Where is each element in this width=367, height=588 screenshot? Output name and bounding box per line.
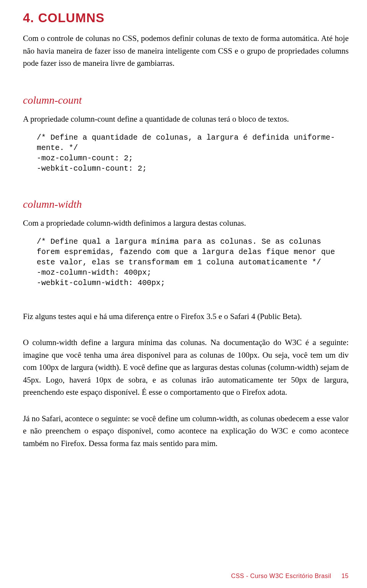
page-content: 4. COLUMNS Com o controle de colunas no … [0, 0, 367, 450]
tail-paragraph-1: Fiz alguns testes aqui e há uma diferenç… [23, 310, 349, 323]
tail-paragraph-2: O column-width define a largura mínima d… [23, 336, 349, 399]
section-heading-column-count: column-count [23, 92, 349, 108]
code-block-column-count: /* Define a quantidade de colunas, a lar… [23, 132, 349, 174]
page-number: 15 [341, 573, 349, 579]
code-block-column-width: /* Define qual a largura mínima para as … [23, 236, 349, 288]
chapter-title: 4. COLUMNS [23, 11, 349, 25]
page-footer: CSS - Curso W3C Escritório Brasil 15 [231, 573, 349, 580]
body-copy: Com o controle de colunas no CSS, podemo… [23, 32, 349, 450]
section-desc-column-count: A propriedade column-count define a quan… [23, 113, 349, 125]
footer-course-name: CSS - Curso W3C Escritório Brasil [231, 573, 331, 579]
section-desc-column-width: Com a propriedade column-width definimos… [23, 217, 349, 230]
intro-paragraph: Com o controle de colunas no CSS, podemo… [23, 32, 349, 70]
tail-paragraph-3: Já no Safari, acontece o seguinte: se vo… [23, 412, 349, 450]
section-heading-column-width: column-width [23, 196, 349, 212]
